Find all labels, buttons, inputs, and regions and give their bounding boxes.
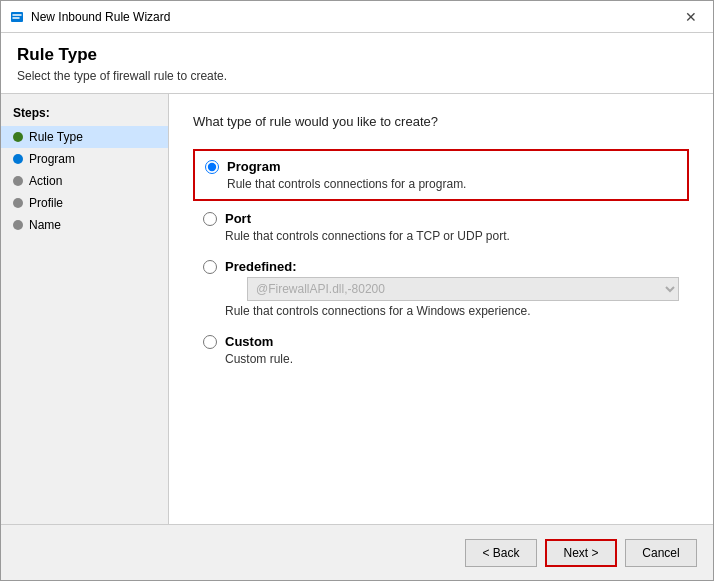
sidebar-item-rule-type[interactable]: Rule Type (1, 126, 168, 148)
option-predefined-label: Predefined: (225, 259, 297, 274)
sidebar-label-action: Action (29, 174, 62, 188)
option-custom[interactable]: Custom Custom rule. (193, 326, 689, 374)
content-area: Steps: Rule Type Program Action Profile … (1, 94, 713, 524)
dot-icon (13, 198, 23, 208)
option-port-label: Port (225, 211, 251, 226)
sidebar-item-program[interactable]: Program (1, 148, 168, 170)
dot-icon (13, 132, 23, 142)
close-button[interactable]: ✕ (677, 3, 705, 31)
sidebar-item-name[interactable]: Name (1, 214, 168, 236)
cancel-button[interactable]: Cancel (625, 539, 697, 567)
radio-program[interactable] (205, 160, 219, 174)
page-subtitle: Select the type of firewall rule to crea… (17, 69, 697, 83)
sidebar-label-profile: Profile (29, 196, 63, 210)
option-predefined[interactable]: Predefined: @FirewallAPI.dll,-80200 Rule… (193, 251, 689, 326)
option-program-label: Program (227, 159, 280, 174)
option-port-desc: Rule that controls connections for a TCP… (225, 229, 679, 243)
back-button[interactable]: < Back (465, 539, 537, 567)
dot-icon (13, 220, 23, 230)
sidebar-item-action[interactable]: Action (1, 170, 168, 192)
sidebar-item-profile[interactable]: Profile (1, 192, 168, 214)
title-bar-text: New Inbound Rule Wizard (31, 10, 677, 24)
main-question: What type of rule would you like to crea… (193, 114, 689, 129)
radio-custom[interactable] (203, 335, 217, 349)
sidebar: Steps: Rule Type Program Action Profile … (1, 94, 169, 524)
svg-rect-0 (11, 12, 23, 22)
radio-port[interactable] (203, 212, 217, 226)
dot-icon (13, 176, 23, 186)
option-custom-label: Custom (225, 334, 273, 349)
window-icon (9, 9, 25, 25)
page-title: Rule Type (17, 45, 697, 65)
option-port[interactable]: Port Rule that controls connections for … (193, 203, 689, 251)
next-button[interactable]: Next > (545, 539, 617, 567)
header-section: Rule Type Select the type of firewall ru… (1, 33, 713, 94)
option-predefined-desc: Rule that controls connections for a Win… (225, 304, 679, 318)
main-panel: What type of rule would you like to crea… (169, 94, 713, 524)
option-program-desc: Rule that controls connections for a pro… (227, 177, 677, 191)
title-bar: New Inbound Rule Wizard ✕ (1, 1, 713, 33)
sidebar-label-program: Program (29, 152, 75, 166)
steps-label: Steps: (1, 106, 168, 126)
dot-icon (13, 154, 23, 164)
radio-predefined[interactable] (203, 260, 217, 274)
predefined-select[interactable]: @FirewallAPI.dll,-80200 (247, 277, 679, 301)
footer: < Back Next > Cancel (1, 524, 713, 580)
option-program[interactable]: Program Rule that controls connections f… (193, 149, 689, 201)
sidebar-label-name: Name (29, 218, 61, 232)
sidebar-label-rule-type: Rule Type (29, 130, 83, 144)
option-custom-desc: Custom rule. (225, 352, 679, 366)
option-group: Program Rule that controls connections f… (193, 147, 689, 374)
wizard-window: New Inbound Rule Wizard ✕ Rule Type Sele… (0, 0, 714, 581)
